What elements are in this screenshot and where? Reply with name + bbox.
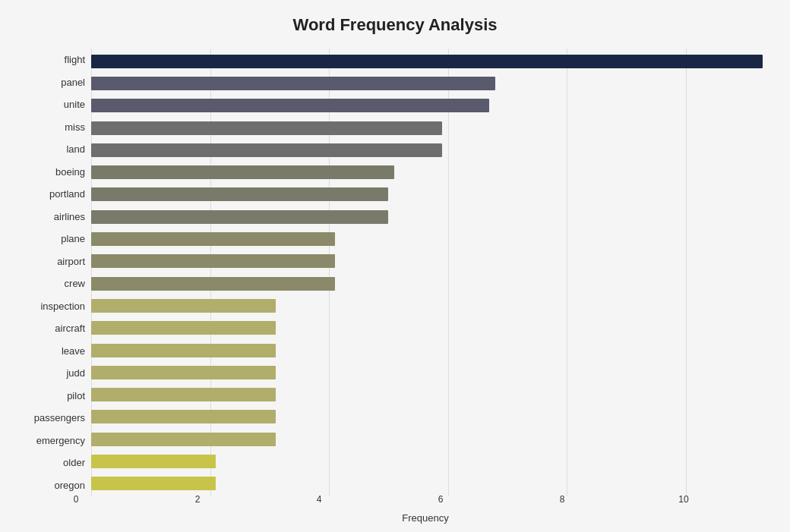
bar [91,165,394,179]
bar-row [91,209,775,225]
bar [91,344,276,357]
bar-row [91,75,775,92]
bar [91,232,335,246]
y-label: leave [62,341,85,360]
y-label: plane [61,229,85,249]
bar [91,210,388,224]
bar-row [91,364,775,381]
bar-row [91,164,775,181]
y-label: pilot [67,386,85,405]
y-label: aircraft [55,319,85,338]
bar [91,299,276,313]
x-tick: 4 [317,494,322,505]
bar-row [91,275,775,292]
bar [91,187,388,201]
y-label: unite [64,95,85,115]
bar-row [91,253,775,269]
bar [91,55,763,68]
x-tick: 8 [560,494,565,505]
bar-row [91,53,775,70]
bar-row [91,386,775,403]
bar-row [91,186,775,203]
bar [91,121,442,135]
y-label: miss [65,117,85,137]
bar-row [91,453,775,470]
bar-row [91,475,775,492]
x-axis-ticks: 024681012 [76,494,775,509]
x-tick: 2 [195,494,201,505]
bar-row [91,431,775,448]
y-label: emergency [36,430,85,450]
y-label: airport [57,251,85,271]
y-labels: flightpanelunitemisslandboeingportlandai… [15,49,91,496]
y-label: older [63,453,85,473]
y-label: oregon [55,475,85,495]
bar [91,433,276,446]
y-label: crew [65,274,85,294]
y-label: boeing [55,162,85,181]
bar [91,455,216,468]
bar [91,143,442,157]
bar [91,366,276,379]
bar-row [91,231,775,247]
bar [91,388,276,401]
bar-row [91,142,775,159]
chart-title: Word Frequency Analysis [15,15,775,35]
grid-and-bars [91,49,775,496]
y-label: panel [61,72,85,92]
y-label: passengers [34,408,85,428]
chart-area: flightpanelunitemisslandboeingportlandai… [15,49,775,496]
bar [91,477,216,490]
chart-container: Word Frequency Analysis flightpanelunite… [0,0,790,532]
bar-row [91,320,775,336]
bar-row [91,342,775,359]
bar-row [91,97,775,114]
bottom-area: 024681012 Frequency [76,494,775,532]
y-label: inspection [40,296,85,316]
bar-row [91,120,775,137]
y-label: flight [65,50,85,70]
bar [91,321,276,335]
bar [91,254,335,268]
x-tick: 10 [678,494,688,505]
x-axis-label: Frequency [76,512,775,524]
bar-row [91,408,775,425]
bar [91,99,489,112]
y-label: judd [66,364,85,383]
bar [91,277,335,291]
x-tick: 6 [438,494,444,505]
x-tick: 0 [74,494,79,505]
bar-row [91,297,775,314]
bar [91,77,495,90]
y-label: airlines [54,206,85,226]
y-label: land [66,140,85,159]
y-label: portland [49,184,85,204]
bars-container [91,49,775,496]
bar [91,410,276,423]
bars-and-grid [91,49,775,496]
